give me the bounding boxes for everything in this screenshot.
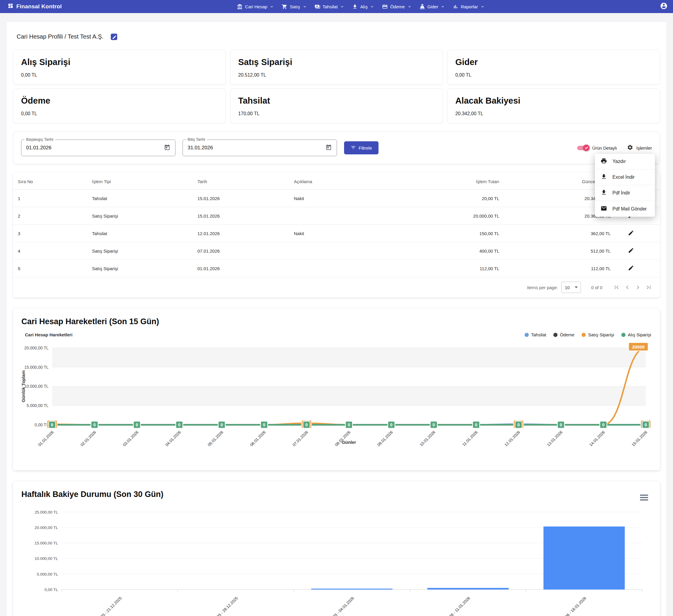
svg-text:20.000,00 TL: 20.000,00 TL <box>34 526 58 530</box>
svg-text:10.000,00 TL: 10.000,00 TL <box>24 384 49 389</box>
credit-card-icon <box>382 4 388 9</box>
chart-menu-icon[interactable] <box>639 493 649 502</box>
end-date-field[interactable]: Bitiş Tarihi 31.01.2026 <box>183 140 337 156</box>
nav-item-cari-hesap[interactable]: Cari Hesap <box>233 0 278 13</box>
svg-text:10.000,00 TL: 10.000,00 TL <box>34 557 58 561</box>
nav-label: Cari Hesap <box>245 4 267 9</box>
legend-dot-icon <box>621 333 626 337</box>
svg-text:0: 0 <box>390 422 393 427</box>
card-tahsilat: Tahsilat 170,00 TL <box>230 88 443 123</box>
last-page-button[interactable] <box>643 282 654 293</box>
page-title: Cari Hesap Profili / Test Test A.Ş. <box>17 33 103 40</box>
end-date-label: Bitiş Tarihi <box>186 137 207 142</box>
line-chart: 0,00 TL5.000,00 TL10.000,00 TL15.000,00 … <box>17 339 656 466</box>
nav-label: Tahsilat <box>323 4 338 9</box>
start-date-field[interactable]: Başlangıç Tarihi 01.01.2026 <box>21 140 176 156</box>
legend-item[interactable]: Alış Siparişi <box>621 332 651 337</box>
download-icon <box>352 4 358 9</box>
svg-text:Günlük Toplam: Günlük Toplam <box>21 371 26 403</box>
edit-row-button[interactable] <box>620 230 634 236</box>
actions-button[interactable]: İşlemler <box>627 144 652 151</box>
cell: 512,00 TL <box>504 242 615 260</box>
svg-text:11.01.2026: 11.01.2026 <box>461 430 478 447</box>
calendar-icon[interactable] <box>325 144 332 152</box>
legend-item[interactable]: Satış Siparişi <box>582 332 614 337</box>
toggle-thumb <box>583 145 590 151</box>
card-gider: Gider 0,00 TL <box>447 50 660 84</box>
cell: 15.01.2026 <box>193 190 289 207</box>
items-per-page-select[interactable]: 10 <box>562 282 581 293</box>
printer-icon <box>601 158 607 165</box>
svg-text:22.12.2025 - 28.12.2025: 22.12.2025 - 28.12.2025 <box>205 596 239 616</box>
menu-item-excel-indir[interactable]: Excel İndir <box>595 170 655 185</box>
filter-button[interactable]: Filtrele <box>344 141 379 154</box>
menu-item-pdf-mail-gonder[interactable]: Pdf Mail Gönder <box>595 201 655 217</box>
nav-item-alis[interactable]: Alış <box>348 0 378 13</box>
cell: 15.01.2026 <box>193 207 289 225</box>
svg-text:0: 0 <box>475 422 477 427</box>
bar-chart: 0,00 TL5.000,00 TL10.000,00 TL15.000,00 … <box>17 505 656 616</box>
chevron-down-icon <box>441 4 445 9</box>
chevron-down-icon <box>302 4 307 9</box>
items-per-page-value: 10 <box>565 285 570 290</box>
nav-item-raporlar[interactable]: Raporlar <box>449 0 489 13</box>
col-aciklama: Açıklama <box>289 173 412 190</box>
nav-menu: Cari Hesap Satış Tahsilat Alış Ödeme Gid… <box>233 0 489 13</box>
edit-row-button[interactable] <box>620 247 634 253</box>
download-icon <box>601 189 607 197</box>
svg-text:0: 0 <box>433 422 435 427</box>
svg-text:0: 0 <box>305 422 308 427</box>
svg-text:0: 0 <box>560 422 562 427</box>
toggle-track[interactable] <box>577 146 589 150</box>
svg-text:05.01.2026: 05.01.2026 <box>207 430 224 447</box>
summary-cards: Alış Siparişi 0,00 TL Satış Siparişi 20.… <box>13 50 660 123</box>
svg-text:0: 0 <box>602 422 605 427</box>
table-row: 5Satış Siparişi01.01.2026112,00 TL112,00… <box>13 260 660 277</box>
chevron-down-icon <box>340 4 345 9</box>
edit-profile-button[interactable] <box>110 33 118 40</box>
svg-text:12.01.2026 - 18.01.2026: 12.01.2026 - 18.01.2026 <box>553 596 587 616</box>
nav-label: Alış <box>360 4 368 9</box>
menu-item-label: Yazdır <box>613 159 626 164</box>
col-sira-no: Sıra No <box>13 173 87 190</box>
cell: Nakit <box>289 190 412 207</box>
menu-item-label: Excel İndir <box>613 175 635 180</box>
svg-text:04.01.2026: 04.01.2026 <box>165 430 182 447</box>
nav-item-tahsilat[interactable]: Tahsilat <box>311 0 349 13</box>
legend-item[interactable]: Ödeme <box>553 332 575 337</box>
svg-text:5.000,00 TL: 5.000,00 TL <box>37 572 58 577</box>
prev-page-button[interactable] <box>622 282 633 293</box>
nav-item-odeme[interactable]: Ödeme <box>378 0 415 13</box>
edit-row-button[interactable] <box>620 265 634 271</box>
menu-item-yazdir[interactable]: Yazdır <box>595 154 655 170</box>
legend-dot-icon <box>553 333 557 337</box>
nav-label: Ödeme <box>390 4 405 9</box>
nav-item-satis[interactable]: Satış <box>278 0 310 13</box>
cell: 5 <box>13 260 87 277</box>
table-row: 2Satış Siparişi15.01.202620.000,00 TL20.… <box>13 207 660 225</box>
menu-item-pdf-indir[interactable]: Pdf İndir <box>595 185 655 201</box>
calendar-icon[interactable] <box>164 144 170 152</box>
cell <box>289 260 412 277</box>
nav-label: Gider <box>428 4 438 9</box>
next-page-button[interactable] <box>633 282 643 293</box>
product-detail-toggle[interactable]: Ürün Detaylı <box>577 146 617 151</box>
svg-text:0: 0 <box>221 422 223 427</box>
cell: 07.01.2026 <box>193 242 289 260</box>
svg-text:06.01.2026: 06.01.2026 <box>249 430 267 447</box>
legend-item[interactable]: Tahsilat <box>524 332 546 337</box>
line-chart-header: Cari Hesap Hareketleri TahsilatÖdemeSatı… <box>17 332 656 339</box>
svg-text:20.000,00 TL: 20.000,00 TL <box>24 346 49 350</box>
brand[interactable]: Finansal Kontrol <box>8 3 62 10</box>
chevron-down-icon <box>407 4 412 9</box>
col-islem-tipi: İşlem Tipi <box>87 173 193 190</box>
top-navbar: Finansal Kontrol Cari Hesap Satış Tahsil… <box>0 0 673 13</box>
account-button[interactable] <box>660 2 668 11</box>
first-page-button[interactable] <box>611 282 622 293</box>
start-date-label: Başlangıç Tarihi <box>24 137 55 142</box>
nav-item-gider[interactable]: Gider <box>416 0 449 13</box>
cell: 150,00 TL <box>412 225 504 242</box>
cell: 3 <box>13 225 87 242</box>
chevron-down-icon <box>269 4 274 9</box>
cell: Nakit <box>289 225 412 242</box>
